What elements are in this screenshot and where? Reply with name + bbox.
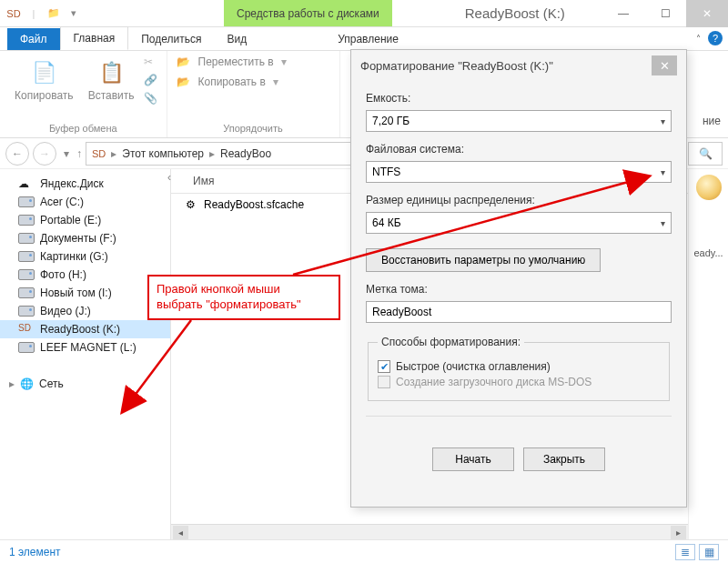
help-icon[interactable]: ? bbox=[708, 31, 723, 45]
nav-label: Фото (H:) bbox=[40, 268, 86, 281]
start-button[interactable]: Начать bbox=[432, 447, 514, 471]
nav-item-readyboost-k[interactable]: SD ReadyBoost (K:) bbox=[0, 320, 170, 338]
paste-icon: 📋 bbox=[96, 58, 126, 87]
addr-drive[interactable]: ReadyBoo bbox=[220, 147, 271, 160]
cut-icon[interactable]: ✂ bbox=[144, 55, 157, 68]
title-bar: SD | 📁 ▾ Средства работы с дисками Ready… bbox=[0, 0, 728, 27]
tab-file[interactable]: Файл bbox=[7, 28, 60, 50]
restore-defaults-button[interactable]: Восстановить параметры по умолчанию bbox=[366, 248, 601, 272]
copy-path-icon[interactable]: 🔗 bbox=[144, 74, 157, 86]
tab-share[interactable]: Поделиться bbox=[128, 28, 214, 50]
minimize-button[interactable]: — bbox=[602, 0, 644, 27]
nav-label: Acer (C:) bbox=[40, 196, 84, 208]
tab-view[interactable]: Вид bbox=[214, 28, 259, 50]
copy-to-icon: 📂 bbox=[177, 75, 191, 89]
copy-label: Копировать bbox=[15, 89, 74, 102]
nav-item-leef-l[interactable]: LEEF MAGNET (L:) bbox=[0, 338, 170, 357]
new-folder-icon[interactable]: 📁 bbox=[46, 5, 62, 22]
volume-label-input[interactable] bbox=[366, 301, 672, 323]
paste-button[interactable]: 📋 Вставить bbox=[83, 55, 140, 106]
cache-file-icon: ⚙ bbox=[182, 197, 198, 212]
dialog-close-button[interactable]: ✕ bbox=[652, 55, 677, 75]
maximize-button[interactable]: ☐ bbox=[644, 0, 686, 27]
nav-label: Portable (E:) bbox=[40, 214, 101, 226]
close-button[interactable]: ✕ bbox=[686, 0, 728, 27]
tab-home[interactable]: Главная bbox=[60, 26, 129, 50]
nav-item-video-j[interactable]: Видео (J:) bbox=[0, 302, 170, 320]
quick-access-toolbar: SD | 📁 ▾ bbox=[0, 5, 87, 22]
organize-group-label: Упорядочить bbox=[223, 121, 282, 136]
dialog-separator bbox=[366, 416, 672, 417]
format-methods-fieldset: Способы форматирования: ✔ Быстрое (очист… bbox=[368, 336, 670, 401]
qa-dropdown-icon[interactable]: ▾ bbox=[66, 5, 82, 22]
move-to-button[interactable]: 📂 Переместить в▾ bbox=[177, 55, 330, 69]
window-title: ReadyBoost (K:) bbox=[465, 5, 565, 21]
checkbox-disabled-icon bbox=[378, 376, 390, 388]
copy-to-button[interactable]: 📂 Копировать в▾ bbox=[177, 75, 330, 89]
navigation-pane: ☁ Яндекс.Диск Acer (C:) Portable (E:) До… bbox=[0, 169, 171, 539]
contextual-tab-header: Средства работы с дисками bbox=[224, 0, 392, 26]
nav-item-acer-c[interactable]: Acer (C:) bbox=[0, 193, 170, 211]
capacity-label: Емкость: bbox=[366, 92, 672, 105]
drive-icon bbox=[18, 342, 35, 353]
recent-locations-icon[interactable]: ▾ bbox=[60, 147, 73, 160]
nav-item-yandex-disk[interactable]: ☁ Яндекс.Диск bbox=[0, 175, 170, 193]
filesystem-label: Файловая система: bbox=[366, 143, 672, 156]
chevron-down-icon: ▾ bbox=[661, 116, 665, 126]
drive-icon bbox=[18, 215, 35, 226]
nav-label: ReadyBoost (K:) bbox=[40, 323, 120, 336]
capacity-select[interactable]: 7,20 ГБ ▾ bbox=[366, 110, 672, 132]
nav-item-photo-h[interactable]: Фото (H:) bbox=[0, 266, 170, 284]
filesystem-select[interactable]: NTFS ▾ bbox=[366, 161, 672, 183]
icons-view-button[interactable]: ▦ bbox=[699, 544, 719, 560]
status-bar: 1 элемент ≣ ▦ bbox=[0, 539, 728, 563]
addr-root[interactable]: Этот компьютер bbox=[122, 147, 204, 160]
open-group-fragment: ние bbox=[703, 115, 721, 127]
copy-button[interactable]: 📄 Копировать bbox=[9, 55, 79, 106]
dialog-title: Форматирование "ReadyBoost (K:)" bbox=[360, 59, 553, 73]
nav-item-network[interactable]: ▸ 🌐 Сеть bbox=[0, 375, 170, 393]
msdos-boot-option: Создание загрузочного диска MS-DOS bbox=[378, 376, 660, 388]
addr-drive-icon: SD bbox=[92, 148, 106, 159]
nav-label: Сеть bbox=[39, 377, 64, 390]
nav-label: Видео (J:) bbox=[40, 305, 91, 317]
collapse-ribbon-icon[interactable]: ˄ bbox=[696, 34, 701, 44]
nav-item-newvol-i[interactable]: Новый том (I:) bbox=[0, 284, 170, 302]
checkbox-checked-icon[interactable]: ✔ bbox=[378, 360, 390, 373]
nav-label: Документы (F:) bbox=[40, 232, 116, 245]
scroll-right-icon[interactable]: ▸ bbox=[671, 526, 686, 539]
chevron-right-icon: ▸ bbox=[209, 147, 215, 160]
sd-card-icon: SD bbox=[18, 323, 35, 336]
close-dialog-button[interactable]: Закрыть bbox=[523, 447, 605, 471]
copy-to-label: Копировать в bbox=[198, 75, 266, 88]
quick-format-option[interactable]: ✔ Быстрое (очистка оглавления) bbox=[378, 360, 660, 373]
nav-splitter-chevron-icon[interactable]: ‹ bbox=[167, 171, 171, 184]
volume-label-label: Метка тома: bbox=[366, 283, 672, 296]
dialog-titlebar: Форматирование "ReadyBoost (K:)" ✕ bbox=[351, 50, 686, 81]
horizontal-scrollbar[interactable]: ◂ ▸ bbox=[171, 524, 688, 539]
allocation-select[interactable]: 64 КБ ▾ bbox=[366, 212, 672, 234]
move-to-icon: 📂 bbox=[177, 55, 191, 69]
paste-label: Вставить bbox=[88, 89, 135, 102]
cloud-icon: ☁ bbox=[18, 177, 35, 190]
ribbon-tabs: Файл Главная Поделиться Вид Управление ˄… bbox=[0, 27, 728, 51]
tab-manage[interactable]: Управление bbox=[325, 28, 411, 50]
scroll-left-icon[interactable]: ◂ bbox=[173, 526, 188, 539]
shell-icon bbox=[696, 175, 722, 200]
nav-item-pictures-g[interactable]: Картинки (G:) bbox=[0, 247, 170, 266]
view-buttons: ≣ ▦ bbox=[675, 544, 719, 560]
status-count: 1 элемент bbox=[9, 546, 61, 558]
nav-item-portable-e[interactable]: Portable (E:) bbox=[0, 211, 170, 229]
back-button[interactable]: ← bbox=[5, 142, 29, 166]
paste-shortcut-icon[interactable]: 📎 bbox=[144, 92, 157, 105]
nav-item-documents-f[interactable]: Документы (F:) bbox=[0, 229, 170, 247]
chevron-right-icon: ▸ bbox=[9, 377, 15, 390]
forward-button[interactable]: → bbox=[33, 142, 56, 166]
format-methods-legend: Способы форматирования: bbox=[378, 336, 524, 348]
drive-icon bbox=[18, 287, 35, 298]
search-button[interactable]: 🔍 bbox=[688, 142, 723, 166]
right-strip-text: eady... bbox=[693, 247, 723, 258]
up-button[interactable]: ↑ bbox=[76, 147, 82, 160]
nav-label: Новый том (I:) bbox=[40, 287, 112, 299]
details-view-button[interactable]: ≣ bbox=[675, 544, 695, 560]
